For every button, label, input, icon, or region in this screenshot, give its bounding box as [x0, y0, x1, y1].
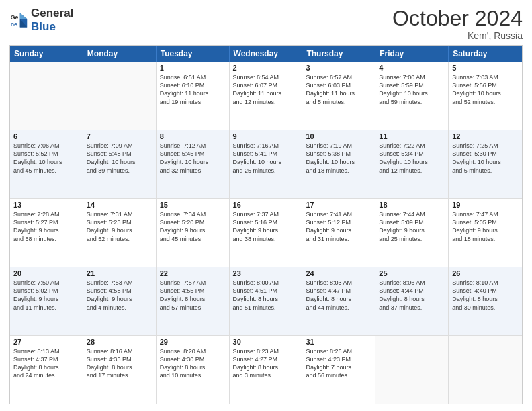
day-header-friday: Friday — [375, 46, 449, 62]
calendar-cell: 1Sunrise: 6:51 AM Sunset: 6:10 PM Daylig… — [157, 62, 230, 130]
calendar-header: SundayMondayTuesdayWednesdayThursdayFrid… — [10, 46, 522, 62]
calendar-cell: 14Sunrise: 7:31 AM Sunset: 5:23 PM Dayli… — [83, 199, 157, 267]
calendar-cell: 11Sunrise: 7:22 AM Sunset: 5:34 PM Dayli… — [375, 130, 449, 198]
day-number: 2 — [233, 64, 299, 72]
day-header-monday: Monday — [83, 46, 157, 62]
calendar-cell — [375, 336, 449, 404]
day-details: Sunrise: 7:41 AM Sunset: 5:12 PM Dayligh… — [306, 210, 371, 243]
day-number: 26 — [452, 269, 519, 277]
day-number: 23 — [233, 269, 299, 277]
location: Kem', Russia — [392, 30, 523, 41]
calendar-cell: 18Sunrise: 7:44 AM Sunset: 5:09 PM Dayli… — [375, 199, 449, 267]
day-number: 12 — [452, 132, 519, 140]
day-number: 7 — [87, 132, 152, 140]
day-header-tuesday: Tuesday — [157, 46, 230, 62]
calendar-cell: 13Sunrise: 7:28 AM Sunset: 5:27 PM Dayli… — [10, 199, 83, 267]
day-details: Sunrise: 8:23 AM Sunset: 4:27 PM Dayligh… — [233, 347, 299, 380]
day-number: 21 — [87, 269, 152, 277]
calendar-row-4: 20Sunrise: 7:50 AM Sunset: 5:02 PM Dayli… — [10, 267, 522, 336]
calendar-cell: 30Sunrise: 8:23 AM Sunset: 4:27 PM Dayli… — [230, 336, 303, 404]
day-number: 13 — [13, 201, 79, 209]
day-header-thursday: Thursday — [302, 46, 375, 62]
day-details: Sunrise: 8:16 AM Sunset: 4:33 PM Dayligh… — [87, 347, 152, 380]
day-number: 11 — [379, 132, 445, 140]
day-details: Sunrise: 8:13 AM Sunset: 4:37 PM Dayligh… — [13, 347, 79, 380]
day-number: 31 — [306, 338, 371, 346]
day-details: Sunrise: 7:22 AM Sunset: 5:34 PM Dayligh… — [379, 142, 445, 175]
logo-blue: Blue — [31, 20, 73, 34]
calendar-cell: 25Sunrise: 8:06 AM Sunset: 4:44 PM Dayli… — [375, 267, 449, 335]
calendar-cell: 2Sunrise: 6:54 AM Sunset: 6:07 PM Daylig… — [230, 62, 303, 130]
calendar-cell: 31Sunrise: 8:26 AM Sunset: 4:23 PM Dayli… — [302, 336, 375, 404]
day-details: Sunrise: 8:03 AM Sunset: 4:47 PM Dayligh… — [306, 279, 371, 312]
calendar-cell: 10Sunrise: 7:19 AM Sunset: 5:38 PM Dayli… — [302, 130, 375, 198]
calendar-cell: 3Sunrise: 6:57 AM Sunset: 6:03 PM Daylig… — [302, 62, 375, 130]
day-number: 16 — [233, 201, 299, 209]
day-header-sunday: Sunday — [10, 46, 83, 62]
calendar: SundayMondayTuesdayWednesdayThursdayFrid… — [9, 45, 523, 404]
calendar-cell: 20Sunrise: 7:50 AM Sunset: 5:02 PM Dayli… — [10, 267, 83, 335]
calendar-cell: 8Sunrise: 7:12 AM Sunset: 5:45 PM Daylig… — [157, 130, 230, 198]
month-title: October 2024 — [392, 7, 523, 30]
calendar-row-2: 6Sunrise: 7:06 AM Sunset: 5:52 PM Daylig… — [10, 130, 522, 199]
day-details: Sunrise: 7:00 AM Sunset: 5:59 PM Dayligh… — [379, 73, 445, 106]
day-details: Sunrise: 7:28 AM Sunset: 5:27 PM Dayligh… — [13, 210, 79, 243]
day-details: Sunrise: 8:20 AM Sunset: 4:30 PM Dayligh… — [160, 347, 226, 380]
calendar-cell: 28Sunrise: 8:16 AM Sunset: 4:33 PM Dayli… — [83, 336, 157, 404]
day-details: Sunrise: 8:06 AM Sunset: 4:44 PM Dayligh… — [379, 279, 445, 312]
calendar-row-5: 27Sunrise: 8:13 AM Sunset: 4:37 PM Dayli… — [10, 336, 522, 404]
day-details: Sunrise: 7:57 AM Sunset: 4:55 PM Dayligh… — [160, 279, 226, 312]
day-details: Sunrise: 7:31 AM Sunset: 5:23 PM Dayligh… — [87, 210, 152, 243]
title-area: October 2024 Kem', Russia — [392, 7, 523, 41]
day-number: 29 — [160, 338, 226, 346]
calendar-cell: 23Sunrise: 8:00 AM Sunset: 4:51 PM Dayli… — [230, 267, 303, 335]
calendar-cell — [449, 336, 522, 404]
calendar-cell: 24Sunrise: 8:03 AM Sunset: 4:47 PM Dayli… — [302, 267, 375, 335]
calendar-cell — [10, 62, 83, 130]
calendar-body: 1Sunrise: 6:51 AM Sunset: 6:10 PM Daylig… — [10, 62, 522, 404]
day-number: 27 — [13, 338, 79, 346]
day-number: 19 — [452, 201, 519, 209]
day-number: 22 — [160, 269, 226, 277]
day-number: 28 — [87, 338, 152, 346]
calendar-cell: 26Sunrise: 8:10 AM Sunset: 4:40 PM Dayli… — [449, 267, 522, 335]
day-details: Sunrise: 7:16 AM Sunset: 5:41 PM Dayligh… — [233, 142, 299, 175]
svg-text:ne: ne — [11, 20, 17, 27]
day-number: 8 — [160, 132, 226, 140]
svg-marker-1 — [20, 13, 28, 19]
day-number: 5 — [452, 64, 519, 72]
calendar-cell: 12Sunrise: 7:25 AM Sunset: 5:30 PM Dayli… — [449, 130, 522, 198]
day-number: 3 — [306, 64, 371, 72]
day-details: Sunrise: 7:09 AM Sunset: 5:48 PM Dayligh… — [87, 142, 152, 175]
calendar-cell: 7Sunrise: 7:09 AM Sunset: 5:48 PM Daylig… — [83, 130, 157, 198]
svg-text:Ge: Ge — [11, 14, 19, 21]
day-number: 18 — [379, 201, 445, 209]
day-details: Sunrise: 7:44 AM Sunset: 5:09 PM Dayligh… — [379, 210, 445, 243]
day-number: 4 — [379, 64, 445, 72]
day-details: Sunrise: 7:34 AM Sunset: 5:20 PM Dayligh… — [160, 210, 226, 243]
calendar-cell: 5Sunrise: 7:03 AM Sunset: 5:56 PM Daylig… — [449, 62, 522, 130]
logo-text: General Blue — [31, 7, 73, 33]
calendar-cell: 6Sunrise: 7:06 AM Sunset: 5:52 PM Daylig… — [10, 130, 83, 198]
calendar-row-1: 1Sunrise: 6:51 AM Sunset: 6:10 PM Daylig… — [10, 62, 522, 130]
day-number: 20 — [13, 269, 79, 277]
day-header-wednesday: Wednesday — [230, 46, 303, 62]
day-header-saturday: Saturday — [449, 46, 522, 62]
calendar-cell: 16Sunrise: 7:37 AM Sunset: 5:16 PM Dayli… — [230, 199, 303, 267]
calendar-cell: 29Sunrise: 8:20 AM Sunset: 4:30 PM Dayli… — [157, 336, 230, 404]
day-number: 17 — [306, 201, 371, 209]
day-details: Sunrise: 7:12 AM Sunset: 5:45 PM Dayligh… — [160, 142, 226, 175]
day-details: Sunrise: 6:51 AM Sunset: 6:10 PM Dayligh… — [160, 73, 226, 106]
day-details: Sunrise: 8:10 AM Sunset: 4:40 PM Dayligh… — [452, 279, 519, 312]
calendar-cell: 9Sunrise: 7:16 AM Sunset: 5:41 PM Daylig… — [230, 130, 303, 198]
day-details: Sunrise: 8:26 AM Sunset: 4:23 PM Dayligh… — [306, 347, 371, 380]
calendar-cell: 21Sunrise: 7:53 AM Sunset: 4:58 PM Dayli… — [83, 267, 157, 335]
day-details: Sunrise: 7:47 AM Sunset: 5:05 PM Dayligh… — [452, 210, 519, 243]
logo-general: General — [31, 7, 73, 19]
day-details: Sunrise: 7:50 AM Sunset: 5:02 PM Dayligh… — [13, 279, 79, 312]
day-number: 10 — [306, 132, 371, 140]
day-number: 25 — [379, 269, 445, 277]
day-details: Sunrise: 7:37 AM Sunset: 5:16 PM Dayligh… — [233, 210, 299, 243]
day-number: 24 — [306, 269, 371, 277]
calendar-cell: 19Sunrise: 7:47 AM Sunset: 5:05 PM Dayli… — [449, 199, 522, 267]
